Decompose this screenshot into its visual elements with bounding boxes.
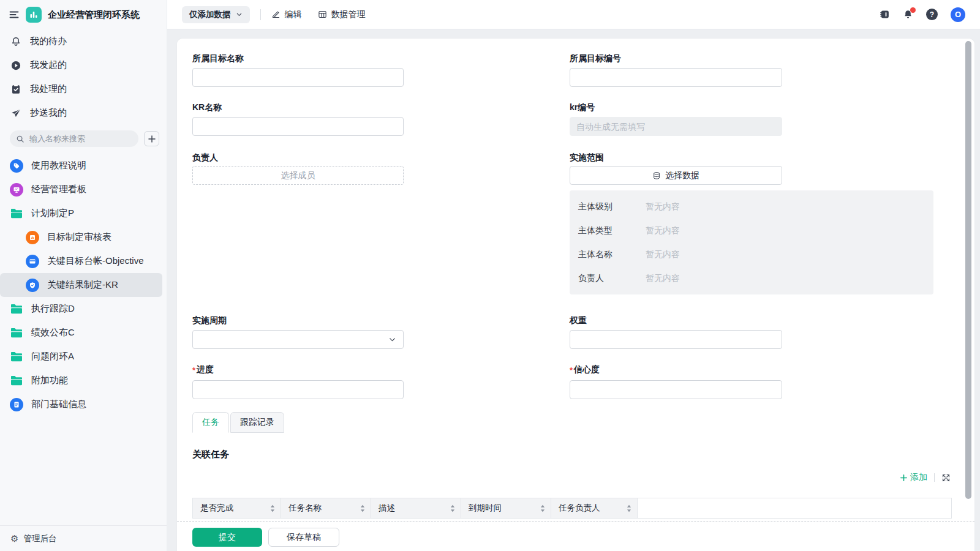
scrollbar-thumb[interactable] bbox=[965, 41, 971, 499]
related-tasks-title: 关联任务 bbox=[192, 449, 229, 460]
notification-badge bbox=[910, 7, 916, 13]
progress-input[interactable] bbox=[192, 380, 404, 399]
confidence-input[interactable] bbox=[570, 380, 782, 399]
search-box[interactable] bbox=[10, 130, 138, 147]
chevron-down-icon bbox=[388, 335, 396, 343]
search-input[interactable] bbox=[28, 133, 132, 144]
kr-name-input[interactable] bbox=[192, 117, 404, 136]
tab-tasks[interactable]: 任务 bbox=[192, 412, 229, 433]
app-logo-icon bbox=[26, 7, 42, 23]
sidebar-item-my-todos[interactable]: 我的待办 bbox=[0, 29, 167, 53]
tab-track-records[interactable]: 跟踪记录 bbox=[230, 412, 284, 433]
column-header-task-owner[interactable]: 任务负责人 bbox=[551, 498, 638, 518]
scope-row-label: 负责人 bbox=[578, 273, 646, 284]
top-toolbar: 仅添加数据 编辑 数据管理 ? O bbox=[167, 0, 980, 29]
kr-form-card: 所属目标名称 所属目标编号 KR名称 kr编号 负责人 选择成员 实施范围 选择… bbox=[176, 38, 975, 551]
sort-icon[interactable] bbox=[450, 504, 455, 512]
edit-button[interactable]: 编辑 bbox=[271, 9, 302, 20]
data-manage-button[interactable]: 数据管理 bbox=[318, 9, 366, 20]
sort-icon[interactable] bbox=[360, 504, 365, 512]
sidebar-item-label: 我的待办 bbox=[30, 36, 67, 47]
tab-label: 跟踪记录 bbox=[240, 417, 274, 428]
plus-icon bbox=[900, 474, 908, 482]
scope-row-label: 主体类型 bbox=[578, 225, 646, 236]
column-header-due-date[interactable]: 到期时间 bbox=[461, 498, 551, 518]
sidebar-item-dept-info[interactable]: 部门基础信息 bbox=[0, 392, 167, 416]
sidebar-item-objective-ledger[interactable]: 关键目标台帐-Objective bbox=[0, 249, 167, 273]
sidebar-item-kr[interactable]: 关键结果制定-KR bbox=[0, 273, 162, 297]
sidebar-header: 企业经营管理闭环系统 bbox=[0, 0, 167, 29]
sidebar-item-plan-p[interactable]: 计划制定P bbox=[0, 201, 167, 225]
sidebar-item-extra[interactable]: 附加功能 bbox=[0, 369, 167, 392]
sidebar-item-label: 我发起的 bbox=[30, 59, 67, 71]
mode-dropdown-button[interactable]: 仅添加数据 bbox=[182, 6, 250, 23]
tab-label: 任务 bbox=[202, 417, 219, 428]
owner-goal-name-label: 所属目标名称 bbox=[192, 53, 244, 64]
sidebar-item-label: 使用教程说明 bbox=[31, 160, 86, 171]
scope-row: 负责人 暂无内容 bbox=[570, 266, 933, 290]
toolbar-divider bbox=[260, 9, 261, 20]
column-header-description[interactable]: 描述 bbox=[371, 498, 461, 518]
sidebar-item-cc-to-me[interactable]: 抄送我的 bbox=[0, 101, 167, 125]
required-mark: * bbox=[192, 365, 195, 375]
send-icon bbox=[10, 108, 21, 119]
save-draft-button[interactable]: 保存草稿 bbox=[268, 528, 339, 547]
scope-row: 主体名称 暂无内容 bbox=[570, 242, 933, 266]
table-actions-row: 添加 bbox=[900, 471, 951, 484]
expand-table-icon[interactable] bbox=[941, 473, 951, 482]
sidebar: 企业经营管理闭环系统 我的待办 我发起的 我处理的 抄送我的 bbox=[0, 0, 167, 551]
collapse-sidebar-icon[interactable] bbox=[9, 9, 20, 20]
sidebar-item-initiated-by-me[interactable]: 我发起的 bbox=[0, 53, 167, 77]
sidebar-item-track-d[interactable]: 执行跟踪D bbox=[0, 297, 167, 321]
sidebar-item-perf-c[interactable]: 绩效公布C bbox=[0, 321, 167, 345]
period-select[interactable] bbox=[192, 330, 404, 349]
sidebar-item-handled-by-me[interactable]: 我处理的 bbox=[0, 77, 167, 101]
required-mark: * bbox=[570, 365, 573, 375]
select-member-button[interactable]: 选择成员 bbox=[192, 166, 404, 185]
scope-label: 实施范围 bbox=[570, 152, 604, 163]
sidebar-item-label: 执行跟踪D bbox=[31, 303, 75, 315]
weight-input[interactable] bbox=[570, 330, 782, 349]
sort-icon[interactable] bbox=[540, 504, 545, 512]
column-header-task-name[interactable]: 任务名称 bbox=[281, 498, 371, 518]
monitor-icon bbox=[10, 183, 23, 197]
column-label: 任务负责人 bbox=[559, 503, 600, 514]
sidebar-item-dashboard[interactable]: 经营管理看板 bbox=[0, 178, 167, 201]
sort-icon[interactable] bbox=[270, 504, 275, 512]
admin-console-button[interactable]: ⚙ 管理后台 bbox=[0, 525, 167, 551]
sidebar-item-issue-a[interactable]: 问题闭环A bbox=[0, 345, 167, 369]
scope-row-value: 暂无内容 bbox=[646, 201, 680, 212]
sidebar-item-goal-review[interactable]: 目标制定审核表 bbox=[0, 225, 167, 249]
notification-bell-icon[interactable] bbox=[903, 9, 913, 20]
play-circle-icon bbox=[10, 60, 21, 71]
sidebar-item-label: 绩效公布C bbox=[31, 327, 75, 339]
add-app-button[interactable] bbox=[144, 131, 159, 146]
owner-goal-name-input[interactable] bbox=[192, 68, 404, 87]
column-label: 是否完成 bbox=[200, 503, 233, 514]
leader-label: 负责人 bbox=[192, 152, 218, 163]
data-manage-label: 数据管理 bbox=[331, 9, 366, 20]
help-icon[interactable]: ? bbox=[926, 9, 938, 20]
select-data-button[interactable]: 选择数据 bbox=[570, 166, 782, 185]
add-task-button[interactable]: 添加 bbox=[900, 472, 927, 483]
mode-dropdown-label: 仅添加数据 bbox=[189, 9, 231, 20]
sort-icon[interactable] bbox=[627, 504, 631, 512]
sidebar-item-label: 我处理的 bbox=[30, 83, 67, 95]
edit-label: 编辑 bbox=[285, 9, 302, 20]
column-header-done[interactable]: 是否完成 bbox=[193, 498, 281, 518]
folder-icon bbox=[10, 328, 23, 338]
avatar-initial: O bbox=[955, 10, 961, 19]
search-icon bbox=[16, 135, 24, 143]
kr-code-input bbox=[570, 117, 782, 136]
avatar[interactable]: O bbox=[951, 7, 965, 22]
weight-label: 权重 bbox=[570, 315, 587, 326]
journal-panel-icon[interactable] bbox=[880, 9, 890, 20]
toolbar-right-cluster: ? O bbox=[880, 7, 965, 22]
submit-button[interactable]: 提交 bbox=[192, 528, 262, 547]
tag-icon bbox=[10, 159, 23, 173]
sidebar-item-tutorial[interactable]: 使用教程说明 bbox=[0, 154, 167, 178]
confidence-label: * 信心度 bbox=[570, 364, 600, 375]
actions-divider bbox=[934, 473, 935, 482]
progress-label: * 进度 bbox=[192, 364, 214, 375]
owner-goal-code-input[interactable] bbox=[570, 68, 782, 87]
